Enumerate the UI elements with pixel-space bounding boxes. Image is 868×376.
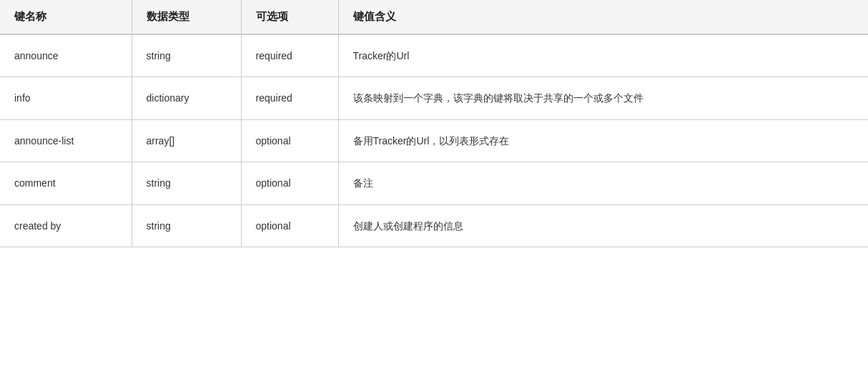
row-1-key: info <box>0 77 132 119</box>
header-optional: 可选项 <box>241 0 338 34</box>
row-1-optional: required <box>241 77 338 119</box>
row-3-optional: optional <box>241 162 338 204</box>
header-meaning: 键值含义 <box>338 0 868 34</box>
table-row: announce-list array[] optional 备用Tracker… <box>0 119 868 162</box>
row-4-key: created by <box>0 204 132 247</box>
row-0-key: announce <box>0 34 132 77</box>
row-0-optional: required <box>241 34 338 77</box>
header-data-type: 数据类型 <box>132 0 241 34</box>
row-0-meaning: Tracker的Url <box>338 34 868 77</box>
row-3-meaning: 备注 <box>338 162 868 204</box>
row-2-key: announce-list <box>0 119 132 162</box>
table-row: created by string optional 创建人或创建程序的信息 <box>0 204 868 247</box>
header-key-name: 键名称 <box>0 0 132 34</box>
table-header-row: 键名称 数据类型 可选项 键值含义 <box>0 0 868 34</box>
row-1-type: dictionary <box>132 77 241 119</box>
row-1-meaning: 该条映射到一个字典，该字典的键将取决于共享的一个或多个文件 <box>338 77 868 119</box>
row-3-type: string <box>132 162 241 204</box>
row-0-type: string <box>132 34 241 77</box>
row-4-meaning: 创建人或创建程序的信息 <box>338 204 868 247</box>
table-row: comment string optional 备注 <box>0 162 868 204</box>
main-table: 键名称 数据类型 可选项 键值含义 announce string requir… <box>0 0 868 247</box>
row-2-meaning: 备用Tracker的Url，以列表形式存在 <box>338 119 868 162</box>
row-2-optional: optional <box>241 119 338 162</box>
row-2-type: array[] <box>132 119 241 162</box>
row-4-type: string <box>132 204 241 247</box>
table-row: announce string required Tracker的Url <box>0 34 868 77</box>
row-4-optional: optional <box>241 204 338 247</box>
table-row: info dictionary required 该条映射到一个字典，该字典的键… <box>0 77 868 119</box>
row-3-key: comment <box>0 162 132 204</box>
